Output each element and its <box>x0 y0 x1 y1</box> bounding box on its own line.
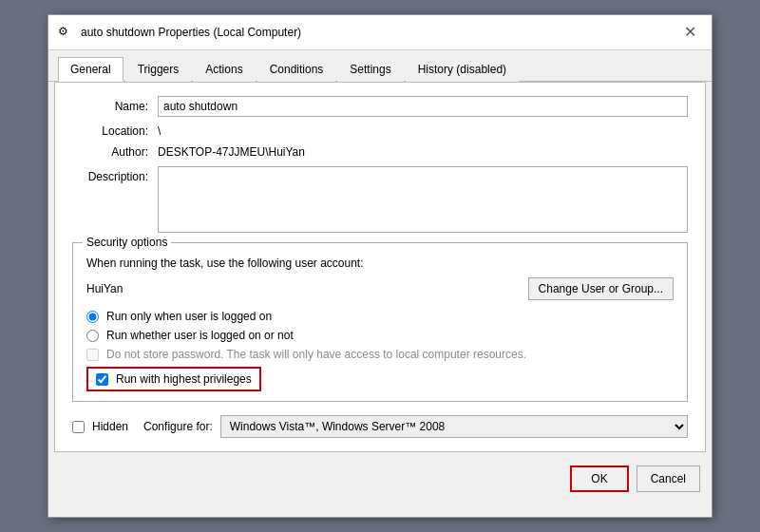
security-description: When running the task, use the following… <box>86 256 674 270</box>
run-highest-label: Run with highest privileges <box>116 372 252 386</box>
no-password-label: Do not store password. The task will onl… <box>106 348 526 361</box>
configure-label: Configure for: <box>143 420 213 433</box>
run-highest-checkbox[interactable] <box>96 373 108 386</box>
hidden-row: Hidden <box>72 420 128 433</box>
description-label: Description: <box>72 166 158 183</box>
dialog-buttons: OK Cancel <box>48 458 712 500</box>
hidden-checkbox[interactable] <box>72 421 85 433</box>
change-user-button[interactable]: Change User or Group... <box>528 277 674 300</box>
location-value: \ <box>158 124 161 138</box>
tab-general[interactable]: General <box>58 57 124 82</box>
tab-bar: General Triggers Actions Conditions Sett… <box>48 50 712 82</box>
radio-not-logged-on-row: Run whether user is logged on or not <box>86 329 674 342</box>
run-highest-container: Run with highest privileges <box>86 367 674 391</box>
description-row: Description: <box>72 166 688 233</box>
title-bar: ⚙ auto shutdown Properties (Local Comput… <box>48 15 712 50</box>
user-row: HuiYan Change User or Group... <box>86 277 674 300</box>
location-label: Location: <box>72 124 158 138</box>
security-group: Security options When running the task, … <box>72 242 688 402</box>
name-input[interactable] <box>158 96 688 117</box>
cancel-button[interactable]: Cancel <box>636 466 700 492</box>
name-row: Name: <box>72 96 688 117</box>
security-legend: Security options <box>83 236 171 249</box>
username-text: HuiYan <box>86 282 123 295</box>
dialog-title: auto shutdown Properties (Local Computer… <box>81 26 301 39</box>
location-row: Location: \ <box>72 124 688 138</box>
tab-triggers[interactable]: Triggers <box>125 57 192 82</box>
tab-content: Name: Location: \ Author: DESKTOP-47JJME… <box>54 82 706 452</box>
radio-not-logged-on-label: Run whether user is logged on or not <box>106 329 294 342</box>
run-highest-row[interactable]: Run with highest privileges <box>86 367 261 391</box>
properties-dialog: ⚙ auto shutdown Properties (Local Comput… <box>48 14 712 518</box>
dialog-icon: ⚙ <box>58 25 73 40</box>
radio-logged-on[interactable] <box>86 311 99 323</box>
author-label: Author: <box>72 145 158 159</box>
configure-row: Configure for: Windows Vista™, Windows S… <box>143 415 688 438</box>
radio-logged-on-label: Run only when user is logged on <box>106 310 272 323</box>
no-password-row: Do not store password. The task will onl… <box>86 348 674 361</box>
configure-select[interactable]: Windows Vista™, Windows Server™ 2008 Win… <box>220 415 688 438</box>
radio-not-logged-on[interactable] <box>86 330 99 342</box>
tab-conditions[interactable]: Conditions <box>257 57 336 82</box>
description-input[interactable] <box>158 166 688 233</box>
author-row: Author: DESKTOP-47JJMEU\HuiYan <box>72 145 688 159</box>
tab-settings[interactable]: Settings <box>337 57 403 82</box>
radio-logged-on-row: Run only when user is logged on <box>86 310 674 323</box>
bottom-row: Hidden Configure for: Windows Vista™, Wi… <box>72 415 688 438</box>
tab-history[interactable]: History (disabled) <box>406 57 519 82</box>
title-bar-left: ⚙ auto shutdown Properties (Local Comput… <box>58 25 301 40</box>
hidden-label: Hidden <box>92 420 128 433</box>
author-value: DESKTOP-47JJMEU\HuiYan <box>158 145 305 159</box>
ok-button[interactable]: OK <box>570 466 628 492</box>
no-password-checkbox <box>86 349 99 361</box>
close-button[interactable]: ✕ <box>678 23 702 42</box>
tab-actions[interactable]: Actions <box>193 57 255 82</box>
name-label: Name: <box>72 100 158 113</box>
